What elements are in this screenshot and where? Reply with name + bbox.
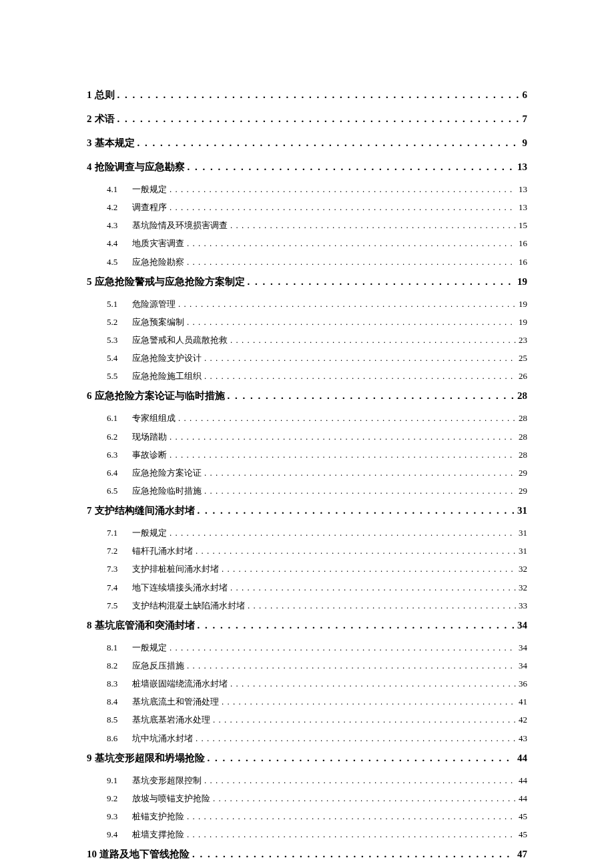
toc-entry-level2[interactable]: 5.5应急抢险施工组织. . . . . . . . . . . . . . .… xyxy=(87,370,527,383)
toc-entry-level2[interactable]: 4.4地质灾害调查. . . . . . . . . . . . . . . .… xyxy=(87,237,527,250)
toc-entry-level1[interactable]: 8基坑底管涌和突涌封堵. . . . . . . . . . . . . . .… xyxy=(87,617,527,633)
toc-entry-level2[interactable]: 4.5应急抢险勘察. . . . . . . . . . . . . . . .… xyxy=(87,256,527,269)
toc-page-number: 44 xyxy=(519,774,527,787)
toc-entry-level2[interactable]: 8.2应急反压措施. . . . . . . . . . . . . . . .… xyxy=(87,659,527,673)
toc-entry-level1[interactable]: 10道路及地下管线抢险. . . . . . . . . . . . . . .… xyxy=(87,846,527,862)
toc-page-number: 44 xyxy=(517,750,527,766)
toc-title: 术语 xyxy=(95,111,115,127)
toc-title: 放坡与喷锚支护抢险 xyxy=(132,792,210,805)
toc-entry-level1[interactable]: 7支护结构缝间涌水封堵. . . . . . . . . . . . . . .… xyxy=(87,502,527,518)
toc-title: 应急警戒和人员疏散抢救 xyxy=(132,334,228,347)
toc-leader-dots: . . . . . . . . . . . . . . . . . . . . … xyxy=(170,183,516,196)
toc-title: 坑中坑涌水封堵 xyxy=(132,732,193,745)
toc-page-number: 9 xyxy=(523,135,528,151)
toc-entry-level2[interactable]: 7.5支护结构混凝土缺陷涌水封堵. . . . . . . . . . . . … xyxy=(87,599,527,612)
toc-entry-level2[interactable]: 4.3基坑险情及环境损害调查. . . . . . . . . . . . . … xyxy=(87,219,527,232)
toc-leader-dots: . . . . . . . . . . . . . . . . . . . . … xyxy=(187,316,516,329)
toc-title: 应急抢险支护设计 xyxy=(132,352,202,365)
toc-entry-level2[interactable]: 5.4应急抢险支护设计. . . . . . . . . . . . . . .… xyxy=(87,352,527,365)
toc-entry-level2[interactable]: 9.3桩锚支护抢险. . . . . . . . . . . . . . . .… xyxy=(87,810,527,823)
toc-entry-level1[interactable]: 1总则. . . . . . . . . . . . . . . . . . .… xyxy=(87,87,527,103)
toc-leader-dots: . . . . . . . . . . . . . . . . . . . . … xyxy=(187,256,516,269)
toc-entry-level2[interactable]: 5.1危险源管理. . . . . . . . . . . . . . . . … xyxy=(87,298,527,311)
toc-entry-level2[interactable]: 8.4基坑底流土和管涌处理. . . . . . . . . . . . . .… xyxy=(87,695,527,709)
toc-title: 应急抢险勘察 xyxy=(132,256,184,269)
toc-entry-level2[interactable]: 5.3应急警戒和人员疏散抢救. . . . . . . . . . . . . … xyxy=(87,334,527,347)
toc-title: 一般规定 xyxy=(132,641,167,655)
toc-entry-level1[interactable]: 3基本规定. . . . . . . . . . . . . . . . . .… xyxy=(87,135,527,151)
toc-number: 5.1 xyxy=(107,298,128,311)
toc-entry-level2[interactable]: 4.1一般规定. . . . . . . . . . . . . . . . .… xyxy=(87,183,527,196)
toc-entry-level2[interactable]: 5.2应急预案编制. . . . . . . . . . . . . . . .… xyxy=(87,316,527,329)
toc-leader-dots: . . . . . . . . . . . . . . . . . . . . … xyxy=(117,111,520,127)
toc-entry-level2[interactable]: 7.1一般规定. . . . . . . . . . . . . . . . .… xyxy=(87,526,527,540)
toc-number: 4.5 xyxy=(107,256,128,269)
toc-leader-dots: . . . . . . . . . . . . . . . . . . . . … xyxy=(230,581,516,594)
toc-leader-dots: . . . . . . . . . . . . . . . . . . . . … xyxy=(230,219,516,232)
toc-page-number: 36 xyxy=(519,677,527,691)
toc-page-number: 28 xyxy=(519,430,527,444)
toc-leader-dots: . . . . . . . . . . . . . . . . . . . . … xyxy=(187,828,516,841)
toc-number: 6.2 xyxy=(107,430,128,444)
toc-entry-level1[interactable]: 9基坑变形超限和坍塌抢险. . . . . . . . . . . . . . … xyxy=(87,750,527,766)
toc-number: 6.1 xyxy=(107,412,128,425)
toc-entry-level2[interactable]: 9.1基坑变形超限控制. . . . . . . . . . . . . . .… xyxy=(87,774,527,787)
toc-entry-level2[interactable]: 6.2现场踏勘. . . . . . . . . . . . . . . . .… xyxy=(87,430,527,444)
toc-entry-level2[interactable]: 9.4桩墙支撑抢险. . . . . . . . . . . . . . . .… xyxy=(87,828,527,841)
toc-entry-level1[interactable]: 2术语. . . . . . . . . . . . . . . . . . .… xyxy=(87,111,527,127)
toc-number: 3 xyxy=(87,135,92,151)
toc-page-number: 34 xyxy=(519,659,527,673)
toc-entry-level2[interactable]: 9.2放坡与喷锚支护抢险. . . . . . . . . . . . . . … xyxy=(87,792,527,805)
toc-page-number: 28 xyxy=(517,388,527,404)
toc-page-number: 13 xyxy=(517,159,527,175)
toc-title: 现场踏勘 xyxy=(132,430,167,444)
toc-page-number: 28 xyxy=(519,412,527,425)
toc-entry-level1[interactable]: 5应急抢险警戒与应急抢险方案制定. . . . . . . . . . . . … xyxy=(87,274,527,290)
toc-entry-level2[interactable]: 7.4地下连续墙接头涌水封堵. . . . . . . . . . . . . … xyxy=(87,581,527,594)
toc-page-number: 19 xyxy=(519,298,527,311)
toc-entry-level1[interactable]: 4抢险调查与应急勘察. . . . . . . . . . . . . . . … xyxy=(87,159,527,175)
toc-title: 专家组组成 xyxy=(132,412,176,425)
toc-page-number: 25 xyxy=(519,352,527,365)
toc-leader-dots: . . . . . . . . . . . . . . . . . . . . … xyxy=(213,792,516,805)
toc-entry-level2[interactable]: 8.1一般规定. . . . . . . . . . . . . . . . .… xyxy=(87,641,527,655)
toc-title: 基坑底流土和管涌处理 xyxy=(132,695,219,709)
toc-number: 10 xyxy=(87,846,97,862)
toc-page-number: 33 xyxy=(519,599,527,612)
toc-number: 5 xyxy=(87,274,92,290)
toc-page-number: 31 xyxy=(519,544,527,558)
toc-leader-dots: . . . . . . . . . . . . . . . . . . . . … xyxy=(192,846,515,862)
toc-page-number: 23 xyxy=(519,334,527,347)
toc-entry-level2[interactable]: 4.2调查程序. . . . . . . . . . . . . . . . .… xyxy=(87,201,527,214)
toc-page-number: 7 xyxy=(523,111,528,127)
toc-entry-level2[interactable]: 8.6坑中坑涌水封堵. . . . . . . . . . . . . . . … xyxy=(87,732,527,745)
toc-leader-dots: . . . . . . . . . . . . . . . . . . . . … xyxy=(188,159,515,175)
toc-number: 8.2 xyxy=(107,659,128,673)
toc-leader-dots: . . . . . . . . . . . . . . . . . . . . … xyxy=(187,237,516,250)
toc-page-number: 29 xyxy=(519,484,527,498)
toc-title: 支护结构缝间涌水封堵 xyxy=(95,502,195,518)
toc-entry-level2[interactable]: 6.3事故诊断. . . . . . . . . . . . . . . . .… xyxy=(87,448,527,462)
toc-page-number: 15 xyxy=(519,219,527,232)
toc-number: 6.3 xyxy=(107,448,128,462)
toc-entry-level2[interactable]: 6.5应急抢险临时措施. . . . . . . . . . . . . . .… xyxy=(87,484,527,498)
toc-number: 7.1 xyxy=(107,526,128,540)
toc-title: 一般规定 xyxy=(132,183,167,196)
toc-number: 4.1 xyxy=(107,183,128,196)
toc-page-number: 34 xyxy=(519,641,527,655)
toc-title: 锚杆孔涌水封堵 xyxy=(132,544,193,558)
toc-page-number: 47 xyxy=(517,846,527,862)
toc-page-number: 32 xyxy=(519,562,527,576)
toc-entry-level2[interactable]: 8.3桩墙嵌固端绕流涌水封堵. . . . . . . . . . . . . … xyxy=(87,677,527,691)
toc-entry-level2[interactable]: 7.3支护排桩桩间涌水封堵. . . . . . . . . . . . . .… xyxy=(87,562,527,576)
toc-number: 9 xyxy=(87,750,92,766)
toc-leader-dots: . . . . . . . . . . . . . . . . . . . . … xyxy=(198,502,515,518)
toc-number: 5.5 xyxy=(107,370,128,383)
toc-entry-level1[interactable]: 6应急抢险方案论证与临时措施. . . . . . . . . . . . . … xyxy=(87,388,527,404)
toc-leader-dots: . . . . . . . . . . . . . . . . . . . . … xyxy=(208,750,515,766)
toc-number: 8.3 xyxy=(107,677,128,691)
toc-entry-level2[interactable]: 6.4应急抢险方案论证. . . . . . . . . . . . . . .… xyxy=(87,466,527,480)
toc-entry-level2[interactable]: 8.5基坑底基岩涌水处理. . . . . . . . . . . . . . … xyxy=(87,713,527,727)
toc-entry-level2[interactable]: 6.1专家组组成. . . . . . . . . . . . . . . . … xyxy=(87,412,527,425)
toc-entry-level2[interactable]: 7.2锚杆孔涌水封堵. . . . . . . . . . . . . . . … xyxy=(87,544,527,558)
